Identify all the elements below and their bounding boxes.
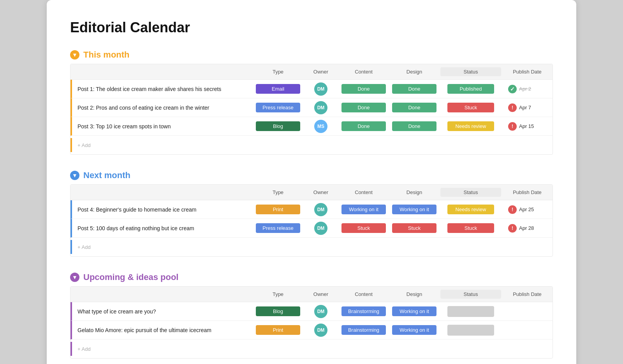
- status-badge[interactable]: [447, 306, 494, 317]
- content-badge[interactable]: Working on it: [341, 205, 386, 214]
- table-row: Post 1: The oldest ice cream maker alive…: [70, 80, 553, 98]
- row-design[interactable]: Done: [389, 119, 440, 133]
- row-owner: DM: [303, 321, 338, 339]
- status-badge[interactable]: Needs review: [447, 205, 494, 214]
- row-owner: DM: [303, 80, 338, 98]
- col-header-design: Design: [389, 67, 440, 76]
- row-content[interactable]: Stuck: [338, 221, 389, 235]
- design-badge[interactable]: Done: [392, 103, 436, 112]
- design-badge[interactable]: Done: [392, 84, 436, 94]
- content-badge[interactable]: Done: [341, 84, 386, 94]
- avatar: DM: [314, 101, 327, 114]
- type-badge[interactable]: Press release: [256, 223, 300, 233]
- col-header-publish-date: Publish Date: [502, 290, 553, 299]
- col-header-publish-date: Publish Date: [502, 67, 553, 76]
- row-status[interactable]: Published: [440, 82, 502, 96]
- row-design[interactable]: Done: [389, 82, 440, 96]
- status-badge[interactable]: Published: [447, 84, 494, 94]
- row-type[interactable]: Print: [253, 323, 303, 337]
- row-content[interactable]: Brainstorming: [338, 323, 389, 337]
- content-badge[interactable]: Brainstorming: [341, 306, 386, 316]
- content-badge[interactable]: Done: [341, 103, 386, 112]
- design-badge[interactable]: Working on it: [392, 205, 436, 214]
- row-name[interactable]: Gelato Mio Amore: epic pursuit of the ul…: [72, 325, 253, 336]
- row-content[interactable]: Done: [338, 100, 389, 115]
- row-name[interactable]: Post 5: 100 days of eating nothing but i…: [72, 223, 253, 234]
- content-badge[interactable]: Stuck: [341, 223, 386, 233]
- add-row[interactable]: + Add: [70, 238, 553, 256]
- row-design[interactable]: Stuck: [389, 221, 440, 235]
- page-title: Editorial Calendar: [70, 19, 553, 36]
- col-header-type: Type: [253, 67, 303, 76]
- status-badge[interactable]: Stuck: [447, 103, 494, 112]
- col-header-owner: Owner: [303, 67, 338, 76]
- status-badge[interactable]: Stuck: [447, 223, 494, 233]
- row-status[interactable]: Stuck: [440, 100, 502, 115]
- avatar: DM: [314, 305, 327, 318]
- design-badge[interactable]: Working on it: [392, 306, 436, 316]
- add-button[interactable]: + Add: [70, 240, 553, 254]
- col-header-status: Status: [440, 290, 501, 299]
- row-name[interactable]: Post 1: The oldest ice cream maker alive…: [72, 84, 253, 94]
- avatar: DM: [314, 324, 327, 337]
- row-status[interactable]: [440, 304, 502, 319]
- row-owner: DM: [303, 219, 338, 237]
- content-badge[interactable]: Brainstorming: [341, 325, 386, 335]
- date-value: Apr 7: [519, 105, 531, 110]
- row-design[interactable]: Done: [389, 100, 440, 115]
- row-owner: DM: [303, 303, 338, 320]
- date-value: Apr 15: [519, 123, 534, 129]
- add-button[interactable]: + Add: [70, 342, 553, 356]
- type-badge[interactable]: Print: [256, 205, 300, 214]
- row-owner: DM: [303, 201, 338, 219]
- section-icon[interactable]: ▼: [70, 273, 79, 282]
- row-name[interactable]: What type of ice cream are you?: [72, 306, 253, 317]
- status-badge[interactable]: Needs review: [447, 121, 494, 131]
- col-header-type: Type: [253, 188, 303, 197]
- row-name[interactable]: Post 3: Top 10 ice cream spots in town: [72, 121, 253, 132]
- type-badge[interactable]: Blog: [256, 306, 300, 316]
- row-design[interactable]: Working on it: [389, 202, 440, 217]
- type-badge[interactable]: Email: [256, 84, 300, 94]
- section-icon[interactable]: ▼: [70, 171, 79, 180]
- add-button[interactable]: + Add: [70, 138, 553, 152]
- row-type[interactable]: Blog: [253, 119, 303, 133]
- row-content[interactable]: Working on it: [338, 202, 389, 217]
- row-name[interactable]: Post 2: Pros and cons of eating ice crea…: [72, 102, 253, 113]
- add-row[interactable]: + Add: [70, 136, 553, 154]
- type-badge[interactable]: Blog: [256, 121, 300, 131]
- table-row: Post 5: 100 days of eating nothing but i…: [70, 219, 553, 238]
- row-design[interactable]: Working on it: [389, 304, 440, 318]
- row-type[interactable]: Print: [253, 202, 303, 217]
- row-status[interactable]: [440, 322, 502, 338]
- status-badge[interactable]: [447, 325, 494, 336]
- row-type[interactable]: Email: [253, 82, 303, 96]
- row-status[interactable]: Needs review: [440, 202, 502, 217]
- design-badge[interactable]: Done: [392, 121, 436, 131]
- add-row[interactable]: + Add: [70, 340, 553, 358]
- row-type[interactable]: Press release: [253, 100, 303, 115]
- section-title: This month: [83, 50, 130, 60]
- section-title: Upcoming & ideas pool: [83, 272, 178, 282]
- type-badge[interactable]: Press release: [256, 103, 300, 112]
- section-this-month: ▼ This month TypeOwnerContentDesignStatu…: [70, 50, 553, 155]
- row-publish-date: [502, 328, 553, 332]
- section-icon[interactable]: ▼: [70, 50, 79, 60]
- col-header-design: Design: [389, 290, 440, 299]
- col-header-content: Content: [338, 290, 389, 299]
- row-name[interactable]: Post 4: Beginner's guide to homemade ice…: [72, 204, 253, 215]
- content-badge[interactable]: Done: [341, 121, 386, 131]
- row-content[interactable]: Brainstorming: [338, 304, 389, 318]
- row-type[interactable]: Press release: [253, 221, 303, 235]
- row-content[interactable]: Done: [338, 119, 389, 133]
- avatar: DM: [314, 222, 327, 235]
- row-design[interactable]: Working on it: [389, 323, 440, 337]
- row-content[interactable]: Done: [338, 82, 389, 96]
- row-status[interactable]: Needs review: [440, 119, 502, 133]
- design-badge[interactable]: Working on it: [392, 325, 436, 335]
- table-row: Post 4: Beginner's guide to homemade ice…: [70, 200, 553, 219]
- design-badge[interactable]: Stuck: [392, 223, 436, 233]
- row-type[interactable]: Blog: [253, 304, 303, 318]
- row-status[interactable]: Stuck: [440, 221, 502, 235]
- type-badge[interactable]: Print: [256, 325, 300, 335]
